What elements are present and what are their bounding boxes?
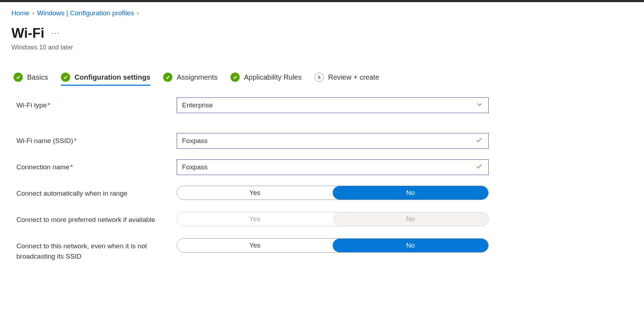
- hidden-ssid-toggle[interactable]: Yes No: [177, 238, 489, 253]
- check-icon: [163, 73, 172, 82]
- preferred-network-yes: Yes: [177, 212, 333, 226]
- chevron-down-icon: [476, 101, 483, 110]
- preferred-network-label: Connect to more preferred network if ava…: [16, 212, 177, 225]
- wifi-type-value: Enterprise: [182, 101, 213, 109]
- connection-name-input[interactable]: Foxpass: [177, 159, 489, 175]
- step-label: Assignments: [177, 73, 218, 81]
- step-review-create[interactable]: 5 Review + create: [315, 73, 379, 85]
- step-configuration-settings[interactable]: Configuration settings: [61, 73, 150, 85]
- auto-connect-label: Connect automatically when in range: [16, 186, 177, 199]
- preferred-network-toggle: Yes No: [177, 212, 489, 226]
- hidden-ssid-label: Connect to this network, even when it is…: [16, 238, 177, 261]
- step-assignments[interactable]: Assignments: [163, 73, 218, 85]
- connection-name-label: Connection name*: [16, 159, 177, 173]
- check-icon: [14, 73, 23, 82]
- breadcrumb-windows-config-profiles[interactable]: Windows | Configuration profiles: [37, 9, 134, 17]
- check-icon: [476, 163, 483, 172]
- hidden-ssid-yes[interactable]: Yes: [177, 239, 333, 252]
- page-title: Wi-Fi: [11, 26, 45, 41]
- ssid-value: Foxpass: [182, 137, 208, 145]
- step-label: Applicability Rules: [244, 73, 302, 81]
- preferred-network-no: No: [333, 212, 488, 226]
- ssid-input[interactable]: Foxpass: [177, 133, 489, 149]
- more-actions-button[interactable]: ···: [52, 28, 60, 38]
- auto-connect-no[interactable]: No: [333, 186, 488, 200]
- auto-connect-yes[interactable]: Yes: [177, 186, 333, 200]
- step-label: Review + create: [328, 73, 379, 81]
- page-subtitle: Windows 10 and later: [11, 44, 633, 51]
- step-label: Basics: [27, 73, 48, 81]
- step-basics[interactable]: Basics: [14, 73, 48, 85]
- wizard-steps: Basics Configuration settings Assignment…: [11, 73, 633, 85]
- check-icon: [230, 73, 240, 82]
- breadcrumb-home[interactable]: Home: [11, 9, 30, 17]
- chevron-right-icon: ›: [32, 10, 34, 16]
- wifi-type-label: Wi-Fi type*: [16, 97, 177, 111]
- connection-name-value: Foxpass: [182, 163, 208, 171]
- ssid-label: Wi-Fi name (SSID)*: [16, 133, 177, 146]
- wifi-type-select[interactable]: Enterprise: [177, 97, 489, 113]
- hidden-ssid-no[interactable]: No: [333, 239, 488, 252]
- step-number-badge: 5: [315, 73, 324, 82]
- auto-connect-toggle[interactable]: Yes No: [177, 186, 489, 200]
- chevron-right-icon: ›: [137, 10, 139, 16]
- check-icon: [61, 73, 70, 82]
- breadcrumb: Home › Windows | Configuration profiles …: [11, 9, 633, 17]
- step-applicability-rules[interactable]: Applicability Rules: [230, 73, 302, 85]
- check-icon: [476, 137, 483, 145]
- step-label: Configuration settings: [74, 73, 150, 81]
